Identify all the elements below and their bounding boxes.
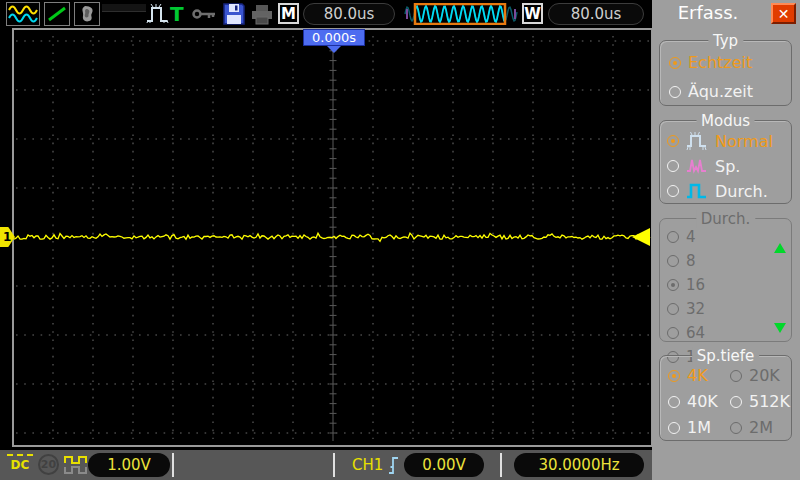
radio-avg-8[interactable]: 8 xyxy=(667,252,791,270)
radio-icon xyxy=(668,370,680,382)
bandwidth-limit-icon: 20 xyxy=(38,454,59,475)
radio-icon xyxy=(667,279,679,291)
menu-title: Erfass. xyxy=(652,2,764,23)
section-durch-title: Durch. xyxy=(696,210,755,228)
key-icon xyxy=(192,8,218,21)
radio-icon xyxy=(667,231,679,243)
trigger-level-value: 0.00V xyxy=(404,453,484,477)
radio-echtzeit[interactable]: Echtzeit xyxy=(669,53,791,72)
radio-icon xyxy=(668,422,680,434)
section-typ: Typ Echtzeit Äqu.zeit xyxy=(659,40,792,106)
window-timebase-label: W xyxy=(522,3,543,24)
option-label: 8 xyxy=(686,252,696,270)
channel-waves-button[interactable] xyxy=(6,2,40,26)
print-button[interactable] xyxy=(250,4,274,25)
radio-icon xyxy=(730,370,742,382)
section-modus: Modus Normal Sp. xyxy=(659,120,792,204)
radio-mem-20k[interactable]: 20K xyxy=(730,366,788,385)
radio-icon xyxy=(667,185,679,197)
radio-avg-16[interactable]: 16 xyxy=(667,276,791,294)
radio-avg-64[interactable]: 64 xyxy=(667,324,791,342)
measure-line-icon xyxy=(46,4,68,24)
radio-mem-4k[interactable]: 4K xyxy=(668,366,730,385)
peak-pulse-icon xyxy=(686,156,708,176)
scroll-up-icon[interactable] xyxy=(774,243,786,253)
option-label: 512K xyxy=(749,392,790,411)
frequency-counter-value: 30.0000Hz xyxy=(514,453,644,477)
radio-icon xyxy=(669,86,681,98)
option-label: 64 xyxy=(686,324,705,342)
separator xyxy=(172,453,174,477)
radio-aequzeit[interactable]: Äqu.zeit xyxy=(669,82,791,101)
scroll-down-icon[interactable] xyxy=(774,323,786,333)
radio-icon xyxy=(730,422,742,434)
average-pulse-icon xyxy=(686,181,708,201)
radio-durchschnitt[interactable]: Durch. xyxy=(667,181,791,201)
option-label: 4 xyxy=(686,228,696,246)
toolbar-groove xyxy=(102,4,146,12)
acquire-menu: Erfass. ✕ Typ Echtzeit Äqu.zeit Modus xyxy=(652,0,800,480)
trigger-t-button[interactable]: T xyxy=(170,0,184,28)
radio-mem-512k[interactable]: 512K xyxy=(730,392,788,411)
status-bar: DC 20 1.00V CH1 0.00V 30.0000Hz xyxy=(0,450,652,480)
invert-waves-icon xyxy=(64,454,90,476)
window-timebase-value: 80.0us xyxy=(548,3,644,25)
snapshot-icon xyxy=(76,4,98,24)
radio-icon xyxy=(667,160,679,172)
option-label: Äqu.zeit xyxy=(688,82,753,101)
radio-mem-1m[interactable]: 1M xyxy=(668,418,730,437)
channel1-trace xyxy=(14,233,650,241)
save-icon xyxy=(222,2,246,26)
top-toolbar: T M 80.0us xyxy=(0,0,652,28)
waveform-display xyxy=(12,28,653,447)
option-label: 16 xyxy=(686,276,705,294)
acquire-pulse-button[interactable] xyxy=(146,2,170,26)
main-timebase-label: M xyxy=(278,3,299,24)
radio-avg-4[interactable]: 4 xyxy=(667,228,791,246)
close-button[interactable]: ✕ xyxy=(771,3,796,24)
radio-mem-2m[interactable]: 2M xyxy=(730,418,788,437)
radio-icon xyxy=(667,327,679,339)
section-durch: Durch. 4 8 16 32 xyxy=(659,218,792,342)
radio-icon xyxy=(667,135,679,147)
radio-avg-32[interactable]: 32 xyxy=(667,300,791,318)
volts-per-div-value: 1.00V xyxy=(88,453,170,477)
option-label: 1M xyxy=(687,418,711,437)
option-label: Sp. xyxy=(715,157,740,176)
measure-line-button[interactable] xyxy=(44,2,70,26)
rising-edge-icon xyxy=(387,454,400,476)
normal-pulse-icon xyxy=(686,131,708,151)
graticule-and-trace xyxy=(14,30,651,445)
option-label: Durch. xyxy=(715,182,768,201)
horizontal-position-marker[interactable]: 0.000s xyxy=(303,29,365,46)
trigger-source-label: CH1 xyxy=(352,456,383,474)
save-button[interactable] xyxy=(222,2,246,26)
coupling-dc-icon: DC xyxy=(7,454,33,472)
radio-spitzenwert[interactable]: Sp. xyxy=(667,156,791,176)
radio-icon xyxy=(667,255,679,267)
timebase-window-preview[interactable] xyxy=(404,3,518,25)
radio-icon xyxy=(667,303,679,315)
separator xyxy=(333,453,335,477)
section-typ-title: Typ xyxy=(708,32,743,50)
option-label: 2M xyxy=(749,418,773,437)
channel-waves-icon xyxy=(8,4,38,24)
option-label: 32 xyxy=(686,300,705,318)
snapshot-button[interactable] xyxy=(74,2,100,26)
radio-normal[interactable]: Normal xyxy=(667,131,791,151)
radio-icon xyxy=(730,396,742,408)
main-timebase-value: 80.0us xyxy=(303,3,395,25)
radio-icon xyxy=(669,57,681,69)
section-modus-title: Modus xyxy=(696,112,755,130)
option-label: 40K xyxy=(687,392,718,411)
section-sptiefe-title: Sp.tiefe xyxy=(692,347,760,365)
print-icon xyxy=(250,4,274,25)
trigger-level-marker[interactable] xyxy=(632,228,650,246)
key-button[interactable] xyxy=(192,8,218,21)
oscilloscope-screen: T M 80.0us xyxy=(0,0,800,480)
acquire-pulse-icon xyxy=(146,2,170,26)
close-icon: ✕ xyxy=(778,6,790,22)
option-label: 4K xyxy=(687,366,708,385)
radio-icon xyxy=(668,396,680,408)
radio-mem-40k[interactable]: 40K xyxy=(668,392,730,411)
